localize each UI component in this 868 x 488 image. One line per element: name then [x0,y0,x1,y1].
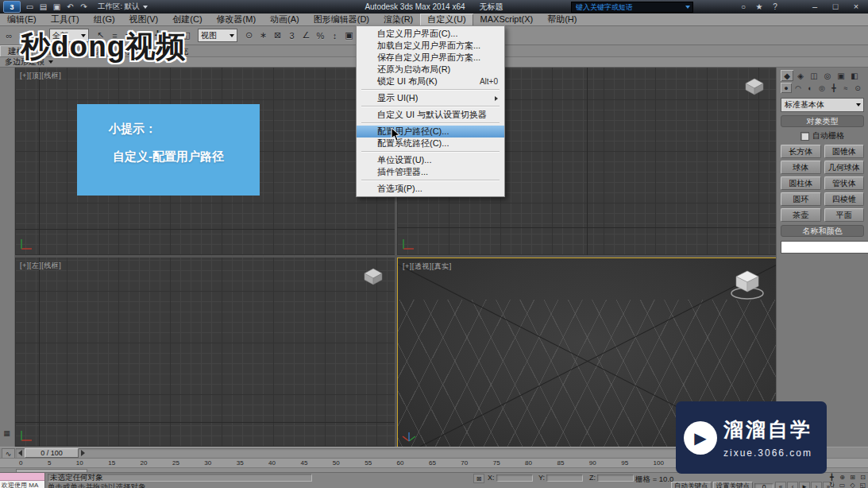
object-type-button[interactable]: 圆锥体 [824,145,865,158]
time-slider-handle[interactable]: 0 / 100 [25,448,79,458]
name-color-rollout-header[interactable]: 名称和颜色 [781,225,864,237]
systems-icon[interactable]: ⊙ [852,83,863,93]
geometry-icon[interactable]: ● [781,83,792,93]
menubar-item[interactable]: 编辑(E) [0,14,44,25]
minimize-button[interactable]: – [804,0,825,13]
viewport-label[interactable]: [+][顶][线框] [20,71,61,81]
object-type-button[interactable]: 球体 [781,161,821,174]
lights-icon[interactable]: ◐ [804,83,816,93]
viewport-label[interactable]: [+][透视][真实] [403,261,452,272]
application-menu-button[interactable]: 3 [3,1,21,13]
maxscript-mini-listener[interactable]: 欢迎使用 MA [0,473,45,488]
keyboard-override-icon[interactable]: ⊠ [271,29,284,42]
object-type-button[interactable]: 长方体 [781,145,821,158]
zoom-all-icon[interactable]: ⊞ [847,473,858,481]
viewcube[interactable] [729,268,766,304]
customize-menu-item[interactable]: 加载自定义用户界面方案... [357,40,504,52]
workspace-selector[interactable]: 工作区: 默认 [98,2,148,12]
previous-frame-arrow-icon[interactable] [18,450,22,456]
use-pivot-center-icon[interactable]: ⊙ [242,29,256,42]
field-of-view-icon[interactable]: ◇ [847,481,858,488]
play-icon[interactable]: ► [799,482,810,488]
menubar-item[interactable]: MAXScript(X) [473,14,541,25]
customize-menu-item[interactable]: 插件管理器... [357,166,504,178]
autogrid-checkbox[interactable] [800,132,809,141]
spinner-snap-icon[interactable]: ↕ [328,29,341,42]
object-type-button[interactable]: 圆柱体 [781,176,821,190]
pan-icon[interactable]: ╋ [827,473,837,481]
cameras-icon[interactable]: ◎ [816,83,827,93]
open-file-icon[interactable]: ▤ [37,1,49,13]
undo-icon[interactable]: ↶ [64,1,76,13]
isolate-selection-icon[interactable]: ▦ [1,427,13,439]
menubar-item[interactable]: 渲染(R) [376,14,420,25]
object-name-field[interactable] [781,241,868,254]
menubar-item[interactable]: 创建(C) [165,14,209,25]
y-coordinate-field[interactable] [546,474,583,482]
viewcube[interactable] [363,267,384,289]
menubar-item[interactable]: 动画(A) [263,14,307,25]
redo-icon[interactable]: ↷ [78,1,90,13]
menubar-item[interactable]: 图形编辑器(D) [307,14,376,25]
reference-coordinate-dropdown[interactable]: 视图 [198,29,237,42]
shapes-icon[interactable]: ◠ [793,83,804,93]
menubar-item[interactable]: 帮助(H) [540,14,584,25]
object-type-button[interactable]: 平面 [824,208,865,222]
menubar-item[interactable]: 组(G) [87,14,122,25]
customize-menu-item[interactable]: 显示 UI(H) [357,92,504,104]
help-icon[interactable]: ? [770,1,781,12]
motion-tab-icon[interactable]: ◎ [821,70,834,81]
hierarchy-tab-icon[interactable]: ◫ [808,70,820,81]
new-scene-icon[interactable]: ▭ [24,1,36,13]
snap-toggle-icon[interactable]: 3 [285,29,299,42]
named-selection-sets-icon[interactable]: ▣ [342,29,356,42]
previous-frame-icon[interactable]: ‹ [787,482,798,488]
viewport-label[interactable]: [+][左][线框] [20,261,61,271]
helpers-icon[interactable]: ╋ [828,83,839,93]
create-tab-icon[interactable]: ◆ [781,70,793,81]
object-type-button[interactable]: 管状体 [824,176,865,190]
zoom-icon[interactable]: ⊕ [837,473,847,481]
object-type-button[interactable]: 圆环 [781,192,821,206]
next-frame-arrow-icon[interactable] [81,450,85,456]
auto-key-button[interactable]: 自动关键点 [671,482,712,488]
time-slider-rail[interactable]: 0 / 100 [16,448,774,458]
select-and-manipulate-icon[interactable]: ∗ [257,29,270,42]
listener-macro-line[interactable] [0,473,44,481]
customize-menu-item[interactable]: 配置用户路径(C)... [357,126,504,137]
menubar-item[interactable]: 自定义(U) [420,14,473,25]
customize-menu-item[interactable]: 配置系统路径(C)... [357,137,504,149]
go-to-start-icon[interactable]: « [775,482,786,488]
save-file-icon[interactable]: ▣ [51,1,63,13]
menubar-item[interactable]: 视图(V) [122,14,166,25]
object-type-button[interactable]: 几何球体 [824,161,865,174]
menubar-item[interactable]: 修改器(M) [210,14,264,25]
next-frame-icon[interactable]: › [811,482,822,488]
zoom-region-icon[interactable]: ▭ [837,481,847,488]
object-type-button[interactable]: 四棱锥 [824,192,865,206]
menubar-item[interactable]: 工具(T) [44,14,87,25]
chevron-down-icon[interactable] [685,6,690,9]
viewport-left[interactable]: [+][左][线框] [15,258,395,447]
close-button[interactable]: × [846,0,866,13]
modify-tab-icon[interactable]: ◈ [794,70,807,81]
object-type-button[interactable]: 茶壶 [781,208,821,222]
customize-menu-item[interactable]: 自定义 UI 与默认设置切换器 [357,109,504,121]
star-icon[interactable]: ★ [754,1,765,12]
zoom-extents-icon[interactable]: ⊡ [858,473,868,481]
select-and-link-icon[interactable]: ∞ [2,29,16,42]
z-coordinate-field[interactable] [597,474,634,482]
search-icon[interactable]: ○ [738,1,749,12]
search-input[interactable] [574,2,685,12]
percent-snap-icon[interactable]: % [314,29,327,42]
angle-snap-icon[interactable]: ∠ [299,29,313,42]
customize-menu-item[interactable]: 自定义用户界面(C)... [357,28,504,40]
customize-menu-item[interactable]: 单位设置(U)... [357,154,504,166]
current-frame-field[interactable]: 0 [754,483,773,488]
object-type-rollout-header[interactable]: 对象类型 [781,115,864,127]
set-key-button[interactable]: 设置关键点 [713,482,754,488]
listener-text-line[interactable]: 欢迎使用 MA [0,481,44,488]
x-coordinate-field[interactable] [496,474,533,482]
space-warps-icon[interactable]: ≈ [840,83,851,93]
viewcube[interactable] [744,77,765,99]
